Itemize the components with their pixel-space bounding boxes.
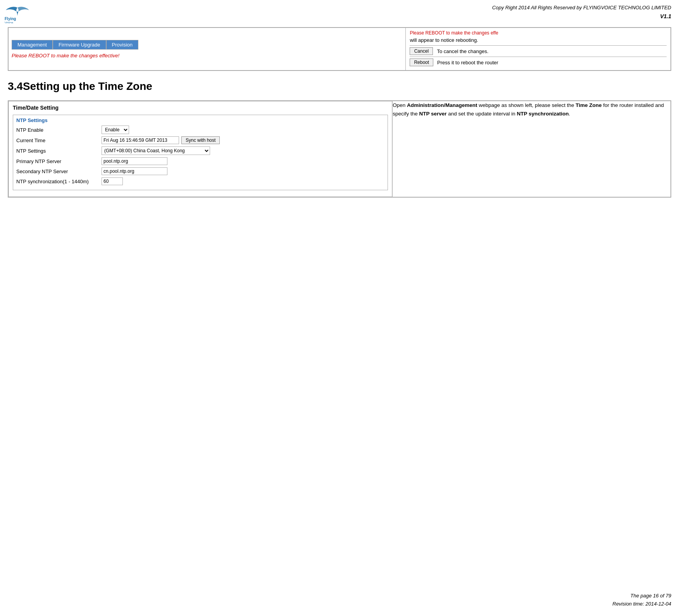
tab-management[interactable]: Management [12,40,53,50]
nav-tabs[interactable]: Management Firmware Upgrade Provision [12,40,402,50]
footer-page: The page 16 of 79 [612,592,671,600]
ntp-sync-label: NTP synchronization(1 - 1440m) [16,179,102,184]
ntp-settings-label: NTP Settings [16,148,102,154]
notice-text: will appear to notice rebooting. [410,37,667,43]
ntp-sync-row: NTP synchronization(1 - 1440m) [16,177,384,185]
ntp-settings-title: NTP Settings [16,117,384,123]
primary-ntp-row: Primary NTP Server [16,157,384,165]
ntp-enable-select[interactable]: Enable Disable [102,126,129,134]
footer: The page 16 of 79 Revision time: 2014-12… [612,592,671,608]
copyright-text: Copy Right 2014 All Rights Reserved by F… [492,4,671,21]
secondary-ntp-label: Secondary NTP Server [16,169,102,174]
primary-ntp-input[interactable] [102,157,167,165]
reboot-desc: Press it to reboot the router [437,60,498,65]
svg-text:Flying: Flying [5,17,16,21]
ntp-enable-row: NTP Enable Enable Disable [16,126,384,134]
time-date-setting-box: Time/Date Setting NTP Settings NTP Enabl… [9,101,392,197]
reboot-button[interactable]: Reboot [410,59,433,66]
reboot-action-row: Reboot Press it to reboot the router [410,57,667,66]
footer-revision: Revision time: 2014-12-04 [612,600,671,608]
ntp-sync-input[interactable] [102,177,123,185]
primary-ntp-label: Primary NTP Server [16,158,102,164]
ntp-settings-section: NTP Settings NTP Enable Enable Disable C… [13,115,388,190]
page-header: Flying Voice VoiceoverIP Copy Right 2014… [0,0,679,27]
secondary-ntp-input[interactable] [102,167,167,175]
tab-firmware-upgrade[interactable]: Firmware Upgrade [53,40,106,50]
reboot-notice: Please REBOOT to make the changes effect… [12,53,402,59]
sync-with-host-button[interactable]: Sync with host [181,136,220,144]
cancel-action-row: Cancel To cancel the changes. [410,45,667,55]
ntp-settings-row: NTP Settings (GMT+08:00) China Coast, Ho… [16,146,384,155]
right-description: Open Administration/Management webpage a… [393,101,671,197]
timezone-select[interactable]: (GMT+08:00) China Coast, Hong Kong (GMT+… [102,146,210,155]
notice-red: Please REBOOT to make the changes effe [410,30,667,36]
current-time-label: Current Time [16,138,102,143]
time-date-title: Time/Date Setting [13,105,388,112]
main-section: Time/Date Setting NTP Settings NTP Enabl… [8,100,671,198]
secondary-ntp-row: Secondary NTP Server [16,167,384,175]
cancel-desc: To cancel the changes. [437,48,488,54]
ntp-enable-label: NTP Enable [16,127,102,133]
svg-text:Voice: Voice [5,21,13,23]
tab-provision[interactable]: Provision [106,40,138,50]
description-text: Open Administration/Management webpage a… [393,101,670,118]
top-section: Management Firmware Upgrade Provision Pl… [8,27,671,71]
current-time-row: Current Time Sync with host [16,136,384,144]
section-heading: 3.4Setting up the Time Zone [8,80,671,93]
logo: Flying Voice VoiceoverIP [4,4,35,25]
cancel-button[interactable]: Cancel [410,47,433,55]
current-time-input[interactable] [102,136,179,144]
